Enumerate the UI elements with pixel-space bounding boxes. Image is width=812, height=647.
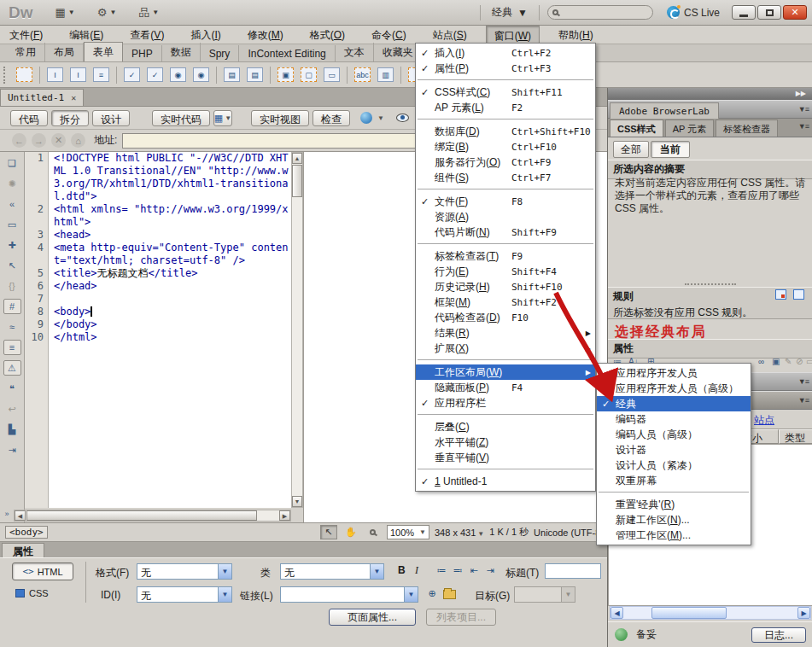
window-menu-item[interactable]: 工作区布局(W)▶	[416, 364, 595, 380]
menubar-item[interactable]: 文件(F)	[2, 26, 50, 44]
info-bar-icon[interactable]: ❝	[3, 381, 21, 396]
window-menu-item[interactable]: ✓应用程序栏	[416, 395, 595, 411]
menubar-item[interactable]: 帮助(H)	[551, 26, 601, 44]
inspect-button[interactable]: 检查	[313, 110, 350, 126]
minimize-button[interactable]	[732, 5, 756, 20]
fieldset-icon[interactable]: ▥	[377, 67, 394, 82]
italic-button[interactable]: I	[415, 564, 418, 577]
unordered-list-icon[interactable]: ≔	[434, 563, 449, 578]
workspace-layout-item[interactable]: 双重屏幕	[597, 473, 751, 488]
window-menu-item[interactable]: ✓文件(F)F8	[416, 194, 595, 209]
code-line[interactable]: 8<body>	[25, 306, 291, 318]
window-menu-item[interactable]: ✓插入(I)Ctrl+F2	[416, 45, 595, 61]
check-browser-compat-icon[interactable]: ▦▼	[213, 110, 232, 126]
hidden-field-icon[interactable]: I	[70, 67, 86, 82]
window-menu-item[interactable]: 组件(S)Ctrl+F7	[416, 170, 595, 185]
indent-code-icon[interactable]: ⇥	[3, 442, 21, 458]
panel-menu-icon[interactable]: ▼≡	[798, 122, 809, 131]
workspace-layout-item[interactable]: 应用程序开发人员	[597, 365, 751, 381]
insert-tab[interactable]: InContext Editing	[239, 45, 335, 61]
code-line[interactable]: 9</body>	[25, 318, 291, 331]
panel-menu-icon[interactable]: ▼≡	[798, 396, 809, 405]
bold-button[interactable]: B	[398, 564, 406, 576]
expand-all-icon[interactable]: ✚	[3, 237, 21, 253]
tab-panel[interactable]: AP 元素	[665, 119, 715, 137]
window-menu-item[interactable]: 绑定(B)Ctrl+F10	[416, 139, 595, 154]
menubar-item[interactable]: 查看(V)	[122, 26, 172, 44]
insert-tab[interactable]: Spry	[201, 45, 240, 61]
point-to-file-icon[interactable]: ⊕	[424, 586, 440, 601]
live-code-button[interactable]: 实时代码	[152, 110, 210, 126]
collapse-selection-icon[interactable]: ▭	[3, 217, 21, 232]
move-css-rule-icon[interactable]: ▙	[3, 422, 21, 437]
stop-icon[interactable]: ✕	[51, 133, 66, 148]
home-icon[interactable]: ⌂	[71, 133, 85, 148]
window-menu-item[interactable]: 层叠(C)	[416, 419, 595, 434]
class-select[interactable]: 无▼	[280, 563, 384, 580]
extend-gear-icon[interactable]: ⚙▼	[97, 6, 117, 19]
search-input[interactable]	[547, 5, 653, 20]
insert-tab[interactable]: 文本	[336, 43, 374, 61]
tab-panel[interactable]: 标签检查器	[716, 119, 778, 137]
insert-tab[interactable]: 布局	[45, 43, 84, 61]
back-icon[interactable]: ←	[12, 133, 26, 148]
window-menu-item[interactable]: 代码检查器(D)F10	[416, 310, 595, 325]
window-size-select[interactable]: 348 x 431▼	[435, 528, 484, 538]
window-menu-item[interactable]: 结果(R)▶	[416, 325, 595, 341]
scroll-left-icon[interactable]: ◀	[15, 510, 26, 521]
checkbox-icon[interactable]: ✓	[124, 67, 140, 82]
workspace-layout-item[interactable]: 编码器	[597, 411, 751, 427]
css-current-button[interactable]: 当前	[651, 141, 690, 158]
insert-tab[interactable]: 常用	[7, 43, 45, 61]
layout-switcher-icon[interactable]: ▦▼	[55, 6, 75, 19]
open-documents-icon[interactable]: ❏	[3, 155, 21, 171]
menubar-item[interactable]: 窗口(W)	[486, 26, 540, 44]
close-tab-icon[interactable]: ✕	[71, 93, 76, 102]
insert-tab[interactable]: 数据	[162, 43, 201, 61]
window-menu-item[interactable]: 扩展(X)▶	[416, 341, 595, 356]
balance-braces-icon[interactable]: {}	[3, 278, 21, 294]
document-tab[interactable]: Untitled-1 ✕	[0, 89, 84, 106]
code-vertical-scrollbar[interactable]: ▲ ▼	[291, 152, 303, 508]
window-menu-item[interactable]: 标签检查器(T)F9	[416, 248, 595, 264]
tab-css-styles[interactable]: CSS样式	[610, 119, 663, 137]
scroll-right-icon[interactable]: ▶	[797, 607, 810, 619]
window-menu-item[interactable]: 隐藏面板(P)F4	[416, 380, 595, 395]
link-input[interactable]: ▼	[280, 586, 418, 603]
files-horizontal-scrollbar[interactable]: ◀ ▶	[610, 606, 811, 620]
line-numbers-icon[interactable]: #	[3, 299, 21, 314]
scroll-left-icon[interactable]: ◀	[610, 607, 623, 619]
menubar-item[interactable]: 编辑(E)	[61, 26, 111, 44]
view-button-other[interactable]: 设计	[92, 110, 130, 126]
site-menu-icon[interactable]: 品▼	[138, 5, 159, 20]
highlight-invalid-code-icon[interactable]: ⚠	[3, 360, 21, 376]
window-menu-item[interactable]: 资源(A)	[416, 209, 595, 224]
log-button[interactable]: 日志...	[751, 627, 806, 643]
file-field-icon[interactable]: ▢	[301, 67, 317, 82]
forward-icon[interactable]: →	[32, 133, 46, 148]
scroll-up-icon[interactable]: ▲	[292, 153, 302, 164]
window-menu-item[interactable]: 水平平铺(Z)	[416, 434, 595, 450]
close-button[interactable]: ✕	[783, 5, 807, 20]
html-mode-button[interactable]: <>HTML	[12, 562, 73, 580]
panel-menu-icon[interactable]: ▼≡	[798, 105, 809, 114]
hand-tool-icon[interactable]: ✋	[342, 525, 359, 539]
workspace-layout-item[interactable]: ✓经典	[597, 396, 751, 411]
indent-icon[interactable]: ⇥	[482, 563, 498, 578]
cascade-view-icon[interactable]	[775, 289, 786, 300]
insert-tab[interactable]: 表单	[84, 42, 123, 61]
window-menu-item[interactable]: ✓属性(P)Ctrl+F3	[416, 61, 595, 76]
css-mode-button[interactable]: CSS	[12, 586, 73, 601]
window-menu-item[interactable]: 服务器行为(O)Ctrl+F9	[416, 154, 595, 170]
format-select[interactable]: 无▼	[137, 563, 232, 580]
tab-properties[interactable]: 属性	[2, 543, 44, 557]
zoom-tool-icon[interactable]	[365, 525, 382, 539]
title-input[interactable]	[545, 563, 601, 579]
panel-resize-grip[interactable]	[685, 283, 736, 285]
menubar-item[interactable]: 命令(C)	[364, 26, 414, 44]
cs-live-button[interactable]: CS Live	[667, 6, 720, 19]
select-tool-icon[interactable]: ↖	[320, 525, 337, 539]
tag-selector-body[interactable]: <body>	[5, 526, 48, 539]
window-menu-item[interactable]: 框架(M)Shift+F2	[416, 294, 595, 310]
text-field-icon[interactable]: I	[47, 67, 63, 82]
